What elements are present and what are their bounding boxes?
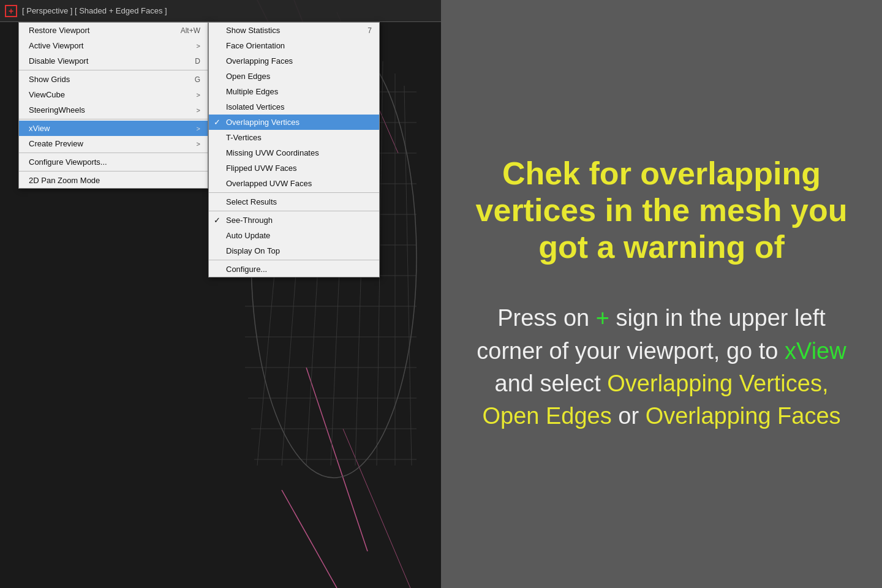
- menu-item-xview[interactable]: xView >: [19, 121, 208, 136]
- sub-menu-label: Flipped UVW Faces: [226, 164, 297, 173]
- menu-item-active-viewport[interactable]: Active Viewport >: [19, 38, 208, 53]
- info-body-part3: and select: [495, 371, 601, 396]
- sub-menu-label: Overlapping Vertices: [226, 118, 300, 127]
- menu-item-restore-viewport[interactable]: Restore Viewport Alt+W: [19, 23, 208, 38]
- info-body-part4: or: [618, 403, 639, 429]
- viewport-panel: + [ Perspective ] [ Shaded + Edged Faces…: [0, 0, 441, 588]
- sub-menu-separator-1: [209, 192, 379, 193]
- sub-menu-label: Select Results: [226, 197, 277, 206]
- menu-item-viewcube[interactable]: ViewCube >: [19, 87, 208, 102]
- sub-menu-separator-3: [209, 260, 379, 260]
- info-body-highlight2: Overlapping Faces: [646, 403, 841, 429]
- sub-menu-separator-2: [209, 211, 379, 211]
- submenu-item-display-on-top[interactable]: Display On Top: [209, 243, 379, 258]
- menu-label: Create Preview: [29, 139, 83, 148]
- submenu-arrow: >: [197, 91, 200, 99]
- sub-menu-label: Missing UVW Coordinates: [226, 148, 319, 157]
- submenu-item-see-through[interactable]: See-Through: [209, 213, 379, 228]
- sub-menu-label: Overlapping Faces: [226, 56, 293, 66]
- menu-separator-2: [19, 119, 208, 119]
- sub-menu-label: Auto Update: [226, 231, 270, 240]
- submenu-item-missing-uvw[interactable]: Missing UVW Coordinates: [209, 145, 379, 160]
- sub-menu-label: Open Edges: [226, 72, 270, 81]
- info-body: Press on + sign in the upper left corner…: [466, 302, 858, 432]
- submenu-item-isolated-vertices[interactable]: Isolated Vertices: [209, 99, 379, 115]
- sub-menu-label: Overlapped UVW Faces: [226, 179, 312, 188]
- submenu-item-face-orientation[interactable]: Face Orientation: [209, 38, 379, 53]
- menu-label: Restore Viewport: [29, 26, 89, 35]
- sub-menu-label: Show Statistics: [226, 26, 280, 35]
- viewport-label: [ Perspective ] [ Shaded + Edged Faces ]: [22, 6, 167, 15]
- submenu-item-configure[interactable]: Configure...: [209, 262, 379, 277]
- submenu-arrow: >: [197, 107, 200, 114]
- submenu-item-multiple-edges[interactable]: Multiple Edges: [209, 84, 379, 99]
- sub-menu-label: See-Through: [226, 216, 273, 225]
- submenu-item-overlapping-vertices[interactable]: Overlapping Vertices: [209, 115, 379, 130]
- menu-label: ViewCube: [29, 90, 65, 99]
- submenu-arrow: >: [197, 42, 200, 50]
- submenu-arrow: >: [197, 140, 200, 148]
- menu-label: xView: [29, 124, 50, 133]
- menu-separator-3: [19, 153, 208, 153]
- submenu-arrow: >: [197, 125, 200, 132]
- sub-menu-label: Face Orientation: [226, 41, 285, 50]
- main-context-menu: Restore Viewport Alt+W Active Viewport >…: [18, 22, 208, 189]
- submenu-item-auto-update[interactable]: Auto Update: [209, 228, 379, 243]
- menu-label: Active Viewport: [29, 41, 83, 50]
- menu-item-create-preview[interactable]: Create Preview >: [19, 136, 208, 151]
- submenu-item-overlapping-faces[interactable]: Overlapping Faces: [209, 53, 379, 69]
- sub-menu-label: Isolated Vertices: [226, 102, 284, 111]
- submenu-item-open-edges[interactable]: Open Edges: [209, 69, 379, 84]
- menu-shortcut: Alt+W: [181, 26, 200, 35]
- menu-shortcut: D: [195, 57, 200, 66]
- submenu-item-show-statistics[interactable]: Show Statistics 7: [209, 23, 379, 38]
- menu-label: Configure Viewports...: [29, 157, 107, 167]
- menu-label: Show Grids: [29, 75, 70, 84]
- menu-separator-1: [19, 70, 208, 70]
- menu-item-configure-viewports[interactable]: Configure Viewports...: [19, 154, 208, 170]
- submenu-item-flipped-uvw[interactable]: Flipped UVW Faces: [209, 160, 379, 176]
- menu-separator-4: [19, 171, 208, 172]
- info-panel: Chek for overlapping vertices in the mes…: [441, 0, 882, 588]
- sub-menu-label: Configure...: [226, 265, 267, 274]
- sub-menu-label: T-Vertices: [226, 133, 262, 142]
- plus-button[interactable]: +: [5, 5, 17, 17]
- info-body-xview: xView: [785, 338, 846, 364]
- menu-item-2d-pan-zoom[interactable]: 2D Pan Zoom Mode: [19, 173, 208, 188]
- submenu-item-overlapped-uvw[interactable]: Overlapped UVW Faces: [209, 176, 379, 191]
- info-body-part1: Press on: [497, 305, 589, 331]
- xview-submenu: Show Statistics 7 Face Orientation Overl…: [208, 22, 380, 277]
- submenu-item-select-results[interactable]: Select Results: [209, 194, 379, 209]
- menu-label: Disable Viewport: [29, 56, 88, 66]
- menu-label: SteeringWheels: [29, 105, 85, 115]
- menu-item-disable-viewport[interactable]: Disable Viewport D: [19, 53, 208, 69]
- sub-menu-shortcut: 7: [368, 26, 372, 35]
- menu-label: 2D Pan Zoom Mode: [29, 176, 100, 185]
- menu-item-steeringwheels[interactable]: SteeringWheels >: [19, 102, 208, 118]
- sub-menu-label: Multiple Edges: [226, 87, 278, 96]
- sub-menu-label: Display On Top: [226, 246, 280, 255]
- viewport-topbar: + [ Perspective ] [ Shaded + Edged Faces…: [0, 0, 441, 22]
- info-body-plus: +: [596, 305, 609, 331]
- menu-shortcut: G: [195, 75, 200, 84]
- menu-item-show-grids[interactable]: Show Grids G: [19, 72, 208, 87]
- submenu-item-t-vertices[interactable]: T-Vertices: [209, 130, 379, 145]
- info-title: Chek for overlapping vertices in the mes…: [466, 156, 858, 265]
